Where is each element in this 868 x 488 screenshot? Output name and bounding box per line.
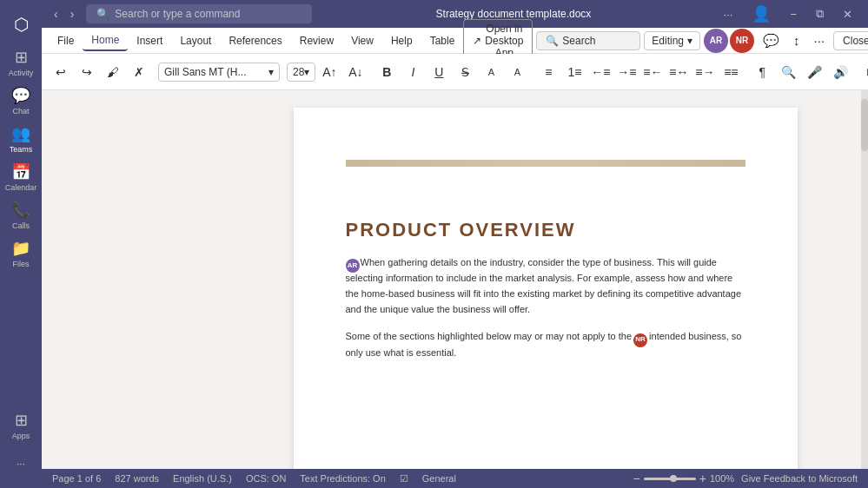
undo-button[interactable]: ↩ <box>49 59 73 85</box>
sidebar-item-apps[interactable]: ⊞ Apps <box>3 408 38 443</box>
search-command-bar[interactable]: 🔍 Search or type a command <box>86 4 312 23</box>
scrollbar-thumb[interactable] <box>861 99 868 151</box>
search-label: Search <box>562 35 595 47</box>
tab-table[interactable]: Table <box>421 31 464 50</box>
align-left-button[interactable]: ≡← <box>640 59 665 85</box>
font-grow-button[interactable]: A↑ <box>317 59 341 85</box>
calls-icon: 📞 <box>11 201 30 220</box>
more-ribbon-button[interactable]: ··· <box>809 30 831 51</box>
calendar-icon: 📅 <box>11 162 30 181</box>
document-heading: PRODUCT OVERVIEW <box>346 219 745 241</box>
status-text-predictions[interactable]: Text Predictions: On <box>300 473 385 484</box>
tab-insert[interactable]: Insert <box>128 31 171 50</box>
highlight-color-button[interactable]: A <box>479 59 503 85</box>
header-image <box>346 160 745 167</box>
tab-layout[interactable]: Layout <box>171 31 220 50</box>
sidebar-item-more[interactable]: ··· <box>3 446 38 481</box>
zoom-indicator <box>670 475 677 482</box>
status-feedback[interactable]: Give Feedback to Microsoft <box>741 473 858 484</box>
zoom-controls: − + 100% <box>633 472 735 485</box>
status-page[interactable]: Page 1 of 6 <box>52 473 101 484</box>
bullets-button[interactable]: ≡ <box>536 59 560 85</box>
justify-button[interactable]: ≡≡ <box>719 59 743 85</box>
status-words[interactable]: 827 words <box>115 473 159 484</box>
tab-help[interactable]: Help <box>382 31 421 50</box>
increase-indent-button[interactable]: →≡ <box>614 59 639 85</box>
sidebar-item-calls-label: Calls <box>12 221 30 230</box>
status-ocs[interactable]: OCS: ON <box>246 473 286 484</box>
strikethrough-button[interactable]: S̶ <box>453 59 477 85</box>
chat-icon: 💬 <box>11 86 30 105</box>
sidebar-item-activity[interactable]: ⊞ Activity <box>3 45 38 80</box>
italic-button[interactable]: I <box>401 59 425 85</box>
ribbon-menu: File Home Insert Layout References Revie… <box>42 28 868 54</box>
status-language[interactable]: English (U.S.) <box>173 473 232 484</box>
main-content: ‹ › 🔍 Search or type a command Strategy … <box>42 0 868 488</box>
teams-icon: 👥 <box>11 124 30 143</box>
sidebar-item-files[interactable]: 📁 Files <box>3 236 38 271</box>
styles-button[interactable]: ¶ <box>750 59 774 85</box>
document-content[interactable]: PRODUCT OVERVIEW ARWhen gathering detail… <box>294 108 798 469</box>
bold-button[interactable]: B <box>374 59 399 85</box>
nav-back-button[interactable]: ‹ <box>49 5 63 23</box>
numbering-button[interactable]: 1≡ <box>562 59 586 85</box>
track-changes-button[interactable]: ↕ <box>788 30 805 51</box>
user-avatar-1[interactable]: AR <box>704 29 728 53</box>
zoom-level[interactable]: 100% <box>710 473 734 484</box>
status-accessibility-icon: ☑ <box>400 473 408 485</box>
sidebar-item-calendar[interactable]: 📅 Calendar <box>3 160 38 195</box>
user-avatar-2[interactable]: NR <box>730 29 754 53</box>
sidebar-logo: ⬡ <box>3 7 38 42</box>
align-center-button[interactable]: ≡↔ <box>666 59 691 85</box>
editing-button[interactable]: Editing ▾ <box>644 31 700 50</box>
paragraph-1: ARWhen gathering details on the industry… <box>346 255 745 317</box>
nav-forward-button[interactable]: › <box>65 5 80 23</box>
align-right-button[interactable]: ≡→ <box>692 59 717 85</box>
decrease-indent-button[interactable]: ←≡ <box>588 59 613 85</box>
designer-button[interactable]: Designer <box>859 59 868 85</box>
zoom-in-button[interactable]: + <box>699 472 706 485</box>
voice-button[interactable]: 🔊 <box>828 59 852 85</box>
doc-right-panel <box>854 90 868 469</box>
tab-file[interactable]: File <box>49 31 83 50</box>
more-icon: ··· <box>17 458 25 470</box>
search-command-placeholder: Search or type a command <box>115 8 240 20</box>
cursor-avatar-1: AR <box>346 259 360 273</box>
sidebar-item-teams[interactable]: 👥 Teams <box>3 122 38 156</box>
cursor-avatar-2: NR <box>633 333 647 347</box>
search-bar[interactable]: 🔍 Search <box>536 31 640 50</box>
tab-review[interactable]: Review <box>291 31 342 50</box>
status-right: − + 100% Give Feedback to Microsoft <box>633 472 858 485</box>
status-general[interactable]: General <box>422 473 456 484</box>
find-replace-button[interactable]: 🔍 <box>776 59 800 85</box>
sidebar-item-calls[interactable]: 📞 Calls <box>3 198 38 233</box>
tab-view[interactable]: View <box>342 31 382 50</box>
font-size-selector[interactable]: 28 ▾ <box>287 63 315 82</box>
dictate-button[interactable]: 🎤 <box>802 59 826 85</box>
zoom-bar <box>644 478 696 480</box>
font-color-button[interactable]: A <box>505 59 529 85</box>
formatting-toolbar: ↩ ↪ 🖌 ✗ Gill Sans MT (H... ▾ 28 ▾ A↑ A↓ … <box>42 54 868 90</box>
tab-references[interactable]: References <box>220 31 290 50</box>
open-desktop-icon: ↗ <box>473 35 481 47</box>
redo-button[interactable]: ↪ <box>75 59 99 85</box>
sidebar-item-files-label: Files <box>12 260 29 268</box>
paragraph-2: Some of the sections highlighted below m… <box>346 329 745 360</box>
tab-home[interactable]: Home <box>83 30 128 51</box>
font-shrink-button[interactable]: A↓ <box>343 59 368 85</box>
document-page: PRODUCT OVERVIEW ARWhen gathering detail… <box>236 90 854 469</box>
close-ribbon-button[interactable]: Close <box>833 31 868 50</box>
sidebar-item-chat[interactable]: 💬 Chat <box>3 83 38 118</box>
font-size-chevron: ▾ <box>304 66 309 78</box>
apps-icon: ⊞ <box>15 411 28 430</box>
format-painter-button[interactable]: 🖌 <box>101 59 125 85</box>
comment-button[interactable]: 💬 <box>758 30 785 52</box>
font-name-selector[interactable]: Gill Sans MT (H... ▾ <box>158 63 280 82</box>
clear-formatting-button[interactable]: ✗ <box>127 59 151 85</box>
underline-button[interactable]: U <box>427 59 451 85</box>
sidebar-item-apps-label: Apps <box>12 432 30 440</box>
app-sidebar: ⬡ ⊞ Activity 💬 Chat 👥 Teams 📅 Calendar 📞… <box>0 0 42 488</box>
paragraph-1-text: When gathering details on the industry, … <box>346 257 742 314</box>
zoom-out-button[interactable]: − <box>633 472 640 485</box>
sidebar-item-calendar-label: Calendar <box>5 183 37 192</box>
